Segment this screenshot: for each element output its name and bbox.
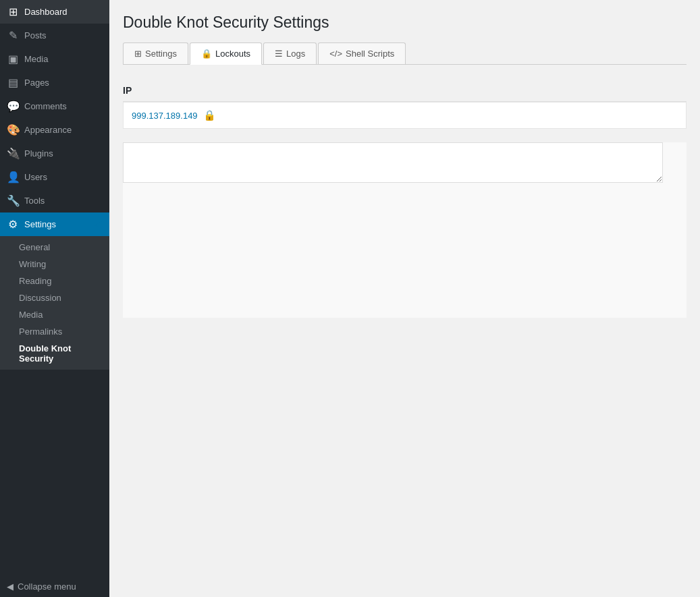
sidebar-item-appearance[interactable]: 🎨 Appearance bbox=[0, 118, 109, 142]
sidebar-item-label: Settings bbox=[24, 219, 56, 229]
sidebar-item-dashboard[interactable]: ⊞ Dashboard bbox=[0, 0, 109, 24]
page-title: Double Knot Security Settings bbox=[123, 13, 686, 32]
tab-shell-scripts[interactable]: </> Shell Scripts bbox=[318, 42, 406, 64]
sidebar-item-tools[interactable]: 🔧 Tools bbox=[0, 189, 109, 212]
media-icon: ▣ bbox=[7, 53, 19, 65]
sidebar-item-users[interactable]: 👤 Users bbox=[0, 165, 109, 189]
dashboard-icon: ⊞ bbox=[7, 5, 19, 18]
submenu-item-writing[interactable]: Writing bbox=[0, 256, 109, 273]
submenu-permalinks-label: Permalinks bbox=[19, 326, 62, 337]
lockouts-panel: IP 999.137.189.149 🔒 bbox=[123, 78, 686, 129]
sidebar: ⊞ Dashboard ✎ Posts ▣ Media ▤ Pages 💬 Co… bbox=[0, 0, 109, 597]
appearance-icon: 🎨 bbox=[7, 123, 19, 136]
ip-address: 999.137.189.149 bbox=[132, 111, 198, 121]
sidebar-item-settings[interactable]: ⚙ Settings ◀ bbox=[0, 212, 109, 236]
submenu-item-media[interactable]: Media bbox=[0, 306, 109, 323]
submenu-discussion-label: Discussion bbox=[19, 293, 61, 303]
sidebar-item-label: Plugins bbox=[24, 148, 53, 159]
tab-lockouts-label: Lockouts bbox=[215, 49, 250, 59]
tab-logs[interactable]: ☰ Logs bbox=[263, 42, 317, 64]
sidebar-item-media[interactable]: ▣ Media bbox=[0, 47, 109, 71]
submenu-item-discussion[interactable]: Discussion bbox=[0, 289, 109, 306]
pages-icon: ▤ bbox=[7, 76, 19, 89]
content-box bbox=[123, 142, 686, 318]
lock-icon: 🔒 bbox=[203, 109, 216, 121]
submenu-item-general[interactable]: General bbox=[0, 239, 109, 256]
comments-icon: 💬 bbox=[7, 100, 19, 113]
sidebar-item-label: Appearance bbox=[24, 125, 72, 135]
submenu-media-label: Media bbox=[19, 310, 43, 320]
sidebar-item-label: Comments bbox=[24, 101, 67, 111]
lockouts-tab-icon: 🔒 bbox=[201, 49, 212, 59]
sidebar-item-label: Users bbox=[24, 172, 47, 182]
active-arrow-icon: ◀ bbox=[95, 218, 103, 231]
plugins-icon: 🔌 bbox=[7, 147, 19, 160]
submenu-item-reading[interactable]: Reading bbox=[0, 273, 109, 289]
sidebar-item-label: Pages bbox=[24, 78, 49, 88]
ip-column-header: IP bbox=[123, 78, 686, 102]
posts-icon: ✎ bbox=[7, 29, 19, 42]
sidebar-item-plugins[interactable]: 🔌 Plugins bbox=[0, 142, 109, 165]
tab-shell-scripts-label: Shell Scripts bbox=[346, 49, 394, 59]
submenu-general-label: General bbox=[19, 242, 50, 252]
sidebar-item-label: Posts bbox=[24, 30, 47, 40]
collapse-icon: ◀ bbox=[7, 581, 14, 592]
tools-icon: 🔧 bbox=[7, 194, 19, 207]
tabs-bar: ⊞ Settings 🔒 Lockouts ☰ Logs </> Shell S… bbox=[123, 42, 686, 65]
sidebar-item-comments[interactable]: 💬 Comments bbox=[0, 94, 109, 118]
collapse-menu-button[interactable]: ◀ Collapse menu bbox=[0, 576, 109, 597]
users-icon: 👤 bbox=[7, 171, 19, 183]
tab-settings-label: Settings bbox=[145, 49, 177, 59]
sidebar-item-posts[interactable]: ✎ Posts bbox=[0, 24, 109, 47]
tab-settings[interactable]: ⊞ Settings bbox=[123, 42, 188, 64]
script-textarea[interactable] bbox=[123, 142, 663, 183]
sidebar-item-label: Dashboard bbox=[24, 7, 68, 17]
settings-tab-icon: ⊞ bbox=[134, 49, 142, 59]
sidebar-item-pages[interactable]: ▤ Pages bbox=[0, 71, 109, 94]
settings-icon: ⚙ bbox=[7, 218, 19, 231]
tab-lockouts[interactable]: 🔒 Lockouts bbox=[190, 42, 262, 65]
submenu-item-permalinks[interactable]: Permalinks bbox=[0, 323, 109, 340]
submenu-item-double-knot-security[interactable]: Double Knot Security bbox=[0, 340, 109, 367]
submenu-writing-label: Writing bbox=[19, 259, 46, 269]
settings-submenu: General Writing Reading Discussion Media… bbox=[0, 236, 109, 370]
content-area: Double Knot Security Settings ⊞ Settings… bbox=[109, 0, 700, 597]
submenu-reading-label: Reading bbox=[19, 276, 51, 286]
main-content: Double Knot Security Settings ⊞ Settings… bbox=[109, 0, 700, 597]
sidebar-item-label: Media bbox=[24, 54, 48, 64]
sidebar-item-label: Tools bbox=[24, 196, 45, 206]
shell-scripts-tab-icon: </> bbox=[329, 49, 342, 59]
logs-tab-icon: ☰ bbox=[275, 49, 283, 59]
submenu-dks-label: Double Knot Security bbox=[19, 343, 71, 364]
collapse-menu-label: Collapse menu bbox=[18, 581, 76, 592]
tab-logs-label: Logs bbox=[286, 49, 305, 59]
table-row: 999.137.189.149 🔒 bbox=[123, 102, 686, 129]
